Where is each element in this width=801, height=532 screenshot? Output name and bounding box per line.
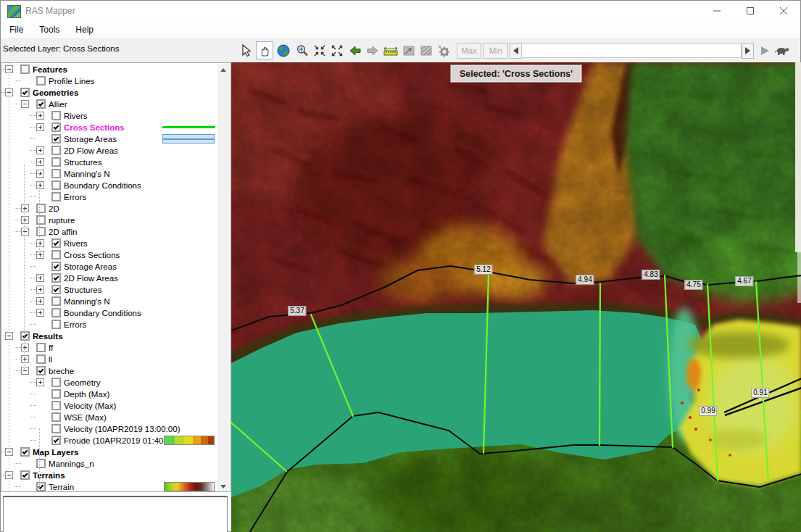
- tree-row-froude-10apr2019-01-40-00-[interactable]: Froude (10APR2019 01:40:00): [1, 435, 219, 446]
- scroll-down-button[interactable]: [217, 481, 229, 492]
- layer-checkbox[interactable]: [51, 134, 61, 144]
- layer-checkbox[interactable]: [51, 157, 61, 167]
- menu-tools[interactable]: Tools: [32, 21, 67, 35]
- layer-checkbox[interactable]: [51, 250, 61, 259]
- close-button[interactable]: [767, 1, 800, 21]
- animation-step-back-button[interactable]: [510, 43, 522, 59]
- settings-gear-button[interactable]: [435, 41, 452, 59]
- layer-checkbox[interactable]: [51, 401, 61, 410]
- tree-row-features[interactable]: Features: [1, 64, 219, 75]
- layer-checkbox[interactable]: [51, 296, 61, 306]
- layer-checkbox[interactable]: [51, 262, 61, 271]
- layer-checkbox[interactable]: [51, 389, 61, 399]
- layer-checkbox[interactable]: [51, 436, 61, 445]
- layer-checkbox[interactable]: [51, 180, 61, 190]
- tree-row-storage-areas[interactable]: Storage Areas: [1, 261, 219, 273]
- tree-row-errors[interactable]: Errors: [1, 191, 219, 203]
- scroll-up-button[interactable]: [217, 64, 229, 75]
- tree-row-2d[interactable]: 2D: [1, 203, 219, 215]
- layer-checkbox[interactable]: [51, 378, 61, 387]
- layer-checkbox[interactable]: [36, 227, 46, 236]
- tree-row-velocity-10apr2019-13-00-00-[interactable]: Velocity (10APR2019 13:00:00): [1, 423, 219, 435]
- layer-checkbox[interactable]: [20, 447, 30, 457]
- previous-extent-button[interactable]: [346, 41, 364, 59]
- expand-toggle[interactable]: [36, 309, 44, 317]
- layer-checkbox[interactable]: [51, 111, 61, 120]
- layer-checkbox[interactable]: [36, 99, 46, 109]
- measure-button[interactable]: [381, 41, 400, 59]
- tree-row-geometry[interactable]: Geometry: [1, 377, 219, 388]
- tree-scrollbar[interactable]: [217, 64, 229, 492]
- expand-toggle[interactable]: [36, 378, 44, 386]
- tree-row-errors[interactable]: Errors: [1, 319, 219, 331]
- layer-checkbox[interactable]: [20, 470, 30, 480]
- zoom-extents-button[interactable]: [275, 41, 292, 59]
- animation-step-forward-button[interactable]: [742, 43, 754, 59]
- layer-checkbox[interactable]: [36, 366, 46, 375]
- layer-checkbox[interactable]: [36, 482, 46, 491]
- tree-row-mannings-n[interactable]: Mannings_n: [1, 458, 219, 470]
- tree-row-ff[interactable]: ff: [1, 342, 219, 354]
- maximize-button[interactable]: [734, 1, 767, 21]
- tree-row-2d-affin[interactable]: 2D affin: [1, 226, 219, 238]
- tree-row-manning-s-n[interactable]: Manning's N: [1, 168, 219, 180]
- min-button[interactable]: Min: [483, 43, 508, 59]
- animation-slider-track[interactable]: [521, 43, 742, 58]
- animation-play-button[interactable]: [756, 41, 773, 59]
- tree-row-cross-sections[interactable]: Cross Sections: [1, 122, 219, 133]
- profile-line-button[interactable]: [400, 41, 418, 59]
- tree-row-structures[interactable]: Structures: [1, 157, 219, 168]
- collapse-toggle[interactable]: [21, 100, 29, 108]
- raster-tool-button[interactable]: [418, 41, 435, 59]
- layer-checkbox[interactable]: [51, 192, 61, 201]
- expand-toggle[interactable]: [36, 274, 44, 282]
- zoom-expand-button[interactable]: [328, 41, 346, 59]
- layer-checkbox[interactable]: [36, 215, 46, 225]
- layer-checkbox[interactable]: [51, 122, 61, 132]
- animation-speed-button[interactable]: [772, 41, 792, 59]
- expand-toggle[interactable]: [36, 297, 44, 305]
- tree-row-manning-s-n[interactable]: Manning's N: [1, 296, 219, 307]
- layer-checkbox[interactable]: [51, 424, 61, 433]
- minimize-button[interactable]: [700, 1, 734, 21]
- tree-row-boundary-conditions[interactable]: Boundary Conditions: [1, 180, 219, 191]
- expand-toggle[interactable]: [36, 123, 44, 131]
- layer-checkbox[interactable]: [51, 238, 61, 248]
- tree-row-ll[interactable]: ll: [1, 354, 219, 365]
- next-extent-button[interactable]: [364, 41, 381, 59]
- layer-checkbox[interactable]: [36, 354, 46, 364]
- tree-row-cross-sections[interactable]: Cross Sections: [1, 249, 219, 261]
- expand-toggle[interactable]: [36, 112, 44, 120]
- tree-row-rivers[interactable]: Rivers: [1, 110, 219, 122]
- tree-row-boundary-conditions[interactable]: Boundary Conditions: [1, 307, 219, 319]
- layer-checkbox[interactable]: [51, 169, 61, 178]
- tree-row-structures[interactable]: Structures: [1, 284, 219, 296]
- tree-row-depth-max-[interactable]: Depth (Max): [1, 388, 219, 400]
- tree-row-velocity-max-[interactable]: Velocity (Max): [1, 400, 219, 412]
- zoom-shrink-button[interactable]: [311, 41, 328, 59]
- zoom-in-button[interactable]: [294, 41, 311, 59]
- tree-row-wse-max-[interactable]: WSE (Max): [1, 412, 219, 423]
- layer-checkbox[interactable]: [51, 285, 61, 294]
- layer-checkbox[interactable]: [51, 146, 61, 155]
- tree-row-2d-flow-areas[interactable]: 2D Flow Areas: [1, 273, 219, 284]
- expand-toggle[interactable]: [36, 146, 44, 154]
- layer-checkbox[interactable]: [36, 204, 46, 213]
- menu-file[interactable]: File: [2, 21, 30, 35]
- layer-checkbox[interactable]: [20, 88, 30, 97]
- layer-checkbox[interactable]: [20, 65, 30, 74]
- tree-row-storage-areas[interactable]: Storage Areas: [1, 133, 219, 145]
- tree-row-2d-flow-areas[interactable]: 2D Flow Areas: [1, 145, 219, 157]
- layer-checkbox[interactable]: [51, 273, 61, 283]
- tree-row-rivers[interactable]: Rivers: [1, 238, 219, 249]
- layer-checkbox[interactable]: [51, 412, 61, 422]
- layer-checkbox[interactable]: [51, 308, 61, 317]
- layer-checkbox[interactable]: [51, 320, 61, 329]
- tree-row-profile-lines[interactable]: Profile Lines: [1, 75, 219, 87]
- tree-row-terrains[interactable]: Terrains: [1, 470, 219, 481]
- tree-row-terrain[interactable]: Terrain: [1, 481, 219, 492]
- title-bar[interactable]: RAS Mapper: [1, 1, 800, 21]
- tree-row-map-layers[interactable]: Map Layers: [1, 446, 219, 458]
- map-canvas[interactable]: Selected: 'Cross Sections' 5.375.124.944…: [231, 62, 801, 532]
- layer-tree-panel[interactable]: FeaturesProfile LinesGeometriesAllierRiv…: [1, 62, 231, 492]
